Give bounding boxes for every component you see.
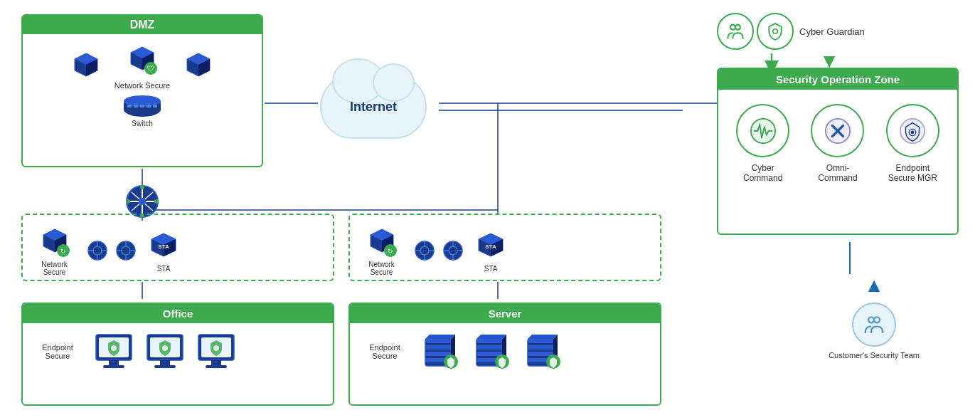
server-rack-1 — [420, 332, 461, 372]
net-right-sta-label: STA — [484, 265, 498, 273]
cyber-guardian-section: Cyber Guardian — [717, 13, 959, 50]
office-monitor-1 — [92, 332, 135, 372]
svg-rect-110 — [425, 339, 451, 343]
net-left-chain — [86, 239, 137, 262]
soz-item-endpoint-secure-mgr: EndpointSecure MGR — [880, 104, 944, 183]
office-monitor-2 — [144, 332, 186, 372]
svg-point-49 — [154, 199, 159, 204]
net-right-sta: STA STA — [473, 229, 508, 273]
server-header: Server — [350, 304, 660, 323]
svg-point-108 — [213, 345, 219, 351]
svg-rect-120 — [476, 352, 502, 356]
customer-security-team-section: ▲ Customer's Security Team — [829, 274, 920, 359]
office-endpoint-secure-label-col: Endpoint Secure — [33, 343, 82, 360]
endpoint-secure-mgr-icon — [886, 104, 939, 157]
architecture-diagram: Cyber Guardian ▼ Security Operation Zone… — [0, 0, 980, 420]
svg-rect-112 — [425, 352, 451, 356]
svg-point-98 — [111, 345, 117, 351]
net-zone-left: ↻ NetworkSecure — [21, 214, 334, 281]
svg-point-13 — [773, 29, 778, 34]
svg-point-11 — [730, 25, 735, 30]
svg-rect-37 — [127, 105, 132, 107]
net-zone-left-content: ↻ NetworkSecure — [23, 215, 333, 283]
soz-header: Security Operation Zone — [718, 69, 957, 90]
soz-item-omni-command: Omni-Command — [806, 104, 870, 183]
dmz-switch: Switch — [122, 95, 163, 127]
dmz-network-secure-label: Network Secure — [114, 81, 170, 90]
svg-rect-111 — [425, 345, 451, 350]
svg-rect-40 — [147, 105, 151, 107]
svg-rect-96 — [109, 360, 119, 366]
omni-command-label: Omni-Command — [818, 163, 857, 183]
server-endpoint-label-col: Endpoint Secure — [360, 343, 410, 360]
soz-item-cyber-command: CyberCommand — [731, 104, 795, 183]
cyber-command-label: CyberCommand — [743, 163, 782, 183]
server-rack-2 — [471, 332, 512, 372]
svg-rect-128 — [528, 352, 553, 356]
net-right-chain — [413, 239, 464, 262]
dmz-left-server — [69, 51, 103, 82]
server-rack-3 — [522, 332, 563, 372]
internet-label: Internet — [350, 100, 397, 115]
dmz-network-secure-center: 🛡 Network Secure — [114, 43, 170, 90]
dmz-header: DMZ — [23, 16, 262, 34]
svg-point-47 — [139, 198, 146, 205]
svg-rect-39 — [140, 105, 144, 107]
svg-text:🛡: 🛡 — [147, 65, 154, 73]
dmz-switch-row: Switch — [31, 93, 253, 127]
svg-rect-102 — [154, 365, 176, 368]
svg-point-103 — [162, 345, 168, 351]
svg-point-12 — [735, 25, 740, 30]
dmz-zone: DMZ — [21, 14, 263, 167]
internet-cloud: Internet — [313, 64, 434, 149]
svg-rect-118 — [476, 339, 502, 343]
svg-point-48 — [126, 199, 130, 204]
svg-rect-106 — [211, 360, 221, 366]
cyber-guardian-people-icon — [717, 13, 754, 50]
svg-rect-127 — [528, 345, 553, 350]
svg-rect-107 — [206, 365, 227, 368]
net-zone-right-content: ↻ NetworkSecure — [350, 215, 660, 283]
server-content: Endpoint Secure — [350, 323, 660, 380]
svg-point-50 — [140, 185, 144, 189]
svg-marker-122 — [476, 335, 506, 339]
office-header: Office — [23, 304, 333, 323]
svg-marker-114 — [425, 335, 455, 339]
cyber-guardian-shield-icon — [757, 13, 794, 50]
server-zone: Server Endpoint Secure — [348, 303, 661, 406]
net-left-ns: ↻ NetworkSecure — [31, 225, 78, 276]
dmz-network-secure-row: 🛡 Network Secure — [31, 40, 253, 90]
security-operation-zone: Security Operation Zone CyberCommand — [717, 68, 959, 235]
server-racks — [420, 332, 563, 372]
soz-icons-row: CyberCommand Omni-Command — [718, 90, 957, 190]
net-left-sta-label: STA — [157, 265, 171, 273]
office-monitor-3 — [195, 332, 238, 372]
cyber-guardian-icons — [717, 13, 794, 50]
net-left-sta: STA STA — [146, 229, 181, 273]
office-content: Endpoint Secure — [23, 323, 333, 380]
office-zone: Office Endpoint Secure — [21, 303, 334, 406]
endpoint-secure-mgr-label: EndpointSecure MGR — [888, 163, 937, 183]
svg-text:STA: STA — [158, 243, 169, 250]
cloud-shape: Internet — [320, 75, 427, 139]
dmz-right-server — [181, 51, 215, 82]
svg-marker-130 — [528, 335, 558, 339]
svg-text:↻: ↻ — [388, 248, 393, 255]
cyber-guardian-label: Cyber Guardian — [799, 26, 865, 37]
svg-point-22 — [874, 317, 880, 322]
svg-rect-119 — [476, 345, 502, 350]
svg-rect-41 — [153, 105, 157, 107]
net-left-ns-label: NetworkSecure — [41, 261, 68, 276]
office-endpoint-label: Endpoint Secure — [33, 343, 82, 360]
svg-rect-38 — [134, 105, 138, 107]
net-right-ns-label: NetworkSecure — [368, 261, 395, 276]
svg-rect-97 — [103, 365, 124, 368]
customer-security-team-label: Customer's Security Team — [829, 351, 920, 359]
svg-text:↻: ↻ — [60, 248, 66, 255]
arrow-up-from-cst: ▲ — [864, 274, 884, 297]
office-monitors — [92, 332, 238, 372]
svg-rect-126 — [528, 339, 553, 343]
server-endpoint-label: Endpoint Secure — [360, 343, 410, 360]
cyber-command-icon — [736, 104, 789, 157]
customer-security-team-icon — [852, 303, 896, 347]
